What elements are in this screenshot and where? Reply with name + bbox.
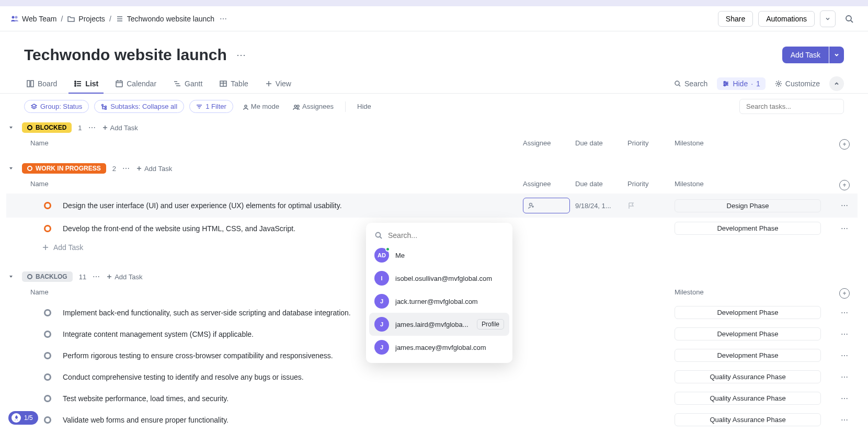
automations-button[interactable]: Automations — [758, 11, 815, 27]
col-assignee[interactable]: Assignee — [523, 180, 575, 190]
view-hide-button[interactable]: Hide · 1 — [717, 77, 765, 90]
task-name[interactable]: Test website performance, load times, an… — [63, 394, 523, 403]
profile-button[interactable]: Profile — [477, 319, 504, 329]
task-status-icon[interactable] — [44, 352, 51, 359]
add-column-icon[interactable]: + — [839, 139, 850, 150]
col-name[interactable]: Name — [30, 180, 523, 190]
group-add-task[interactable]: Add Task — [106, 273, 142, 281]
breadcrumb-current[interactable]: Techwondo website launch — [116, 15, 214, 23]
share-button[interactable]: Share — [718, 11, 753, 27]
popup-item[interactable]: J james.macey@mvfglobal.com — [366, 336, 512, 359]
row-more-icon[interactable]: ⋯ — [831, 224, 858, 233]
page-title-more-icon[interactable]: ⋯ — [236, 49, 246, 61]
breadcrumb-projects[interactable]: Projects — [67, 15, 105, 23]
add-task-button[interactable]: Add Task — [782, 47, 829, 63]
row-more-icon[interactable]: ⋯ — [831, 309, 858, 317]
row-more-icon[interactable]: ⋯ — [831, 394, 858, 403]
task-row[interactable]: Design the user interface (UI) and user … — [6, 194, 858, 218]
task-name[interactable]: Design the user interface (UI) and user … — [63, 201, 523, 210]
milestone-tag[interactable]: Development Phase — [675, 327, 821, 340]
collapse-icon[interactable] — [6, 165, 16, 172]
chip-subtasks[interactable]: Subtasks: Collapse all — [94, 100, 184, 113]
task-name[interactable]: Conduct comprehensive testing to identif… — [63, 373, 523, 381]
tab-add-view[interactable]: View — [263, 74, 293, 93]
priority-flag[interactable] — [627, 202, 675, 209]
milestone-tag[interactable]: Quality Assurance Phase — [675, 413, 821, 426]
group-more-icon[interactable]: ⋯ — [122, 164, 130, 173]
assignees-toggle[interactable]: Assignees — [289, 100, 338, 112]
group-add-task[interactable]: Add Task — [136, 165, 172, 173]
group-add-task[interactable]: Add Task — [102, 124, 138, 132]
task-status-icon[interactable] — [44, 395, 51, 402]
col-priority[interactable]: Priority — [627, 139, 675, 150]
task-row[interactable]: Validate web forms and ensure proper fun… — [6, 409, 858, 430]
global-search-icon[interactable] — [841, 10, 858, 27]
chip-group[interactable]: Group: Status — [24, 100, 89, 113]
me-mode-toggle[interactable]: Me mode — [238, 100, 283, 112]
collapse-icon[interactable] — [6, 124, 16, 131]
milestone-tag[interactable]: Development Phase — [675, 306, 821, 319]
row-more-icon[interactable]: ⋯ — [831, 416, 858, 424]
task-status-icon[interactable] — [44, 331, 51, 338]
rocket-icon — [12, 413, 21, 423]
popup-item-hovered[interactable]: J james.laird@mvfgloba... Profile — [369, 313, 509, 336]
chip-filter[interactable]: 1 Filter — [189, 100, 233, 113]
task-status-icon[interactable] — [44, 416, 51, 424]
milestone-tag[interactable]: Development Phase — [675, 349, 821, 362]
milestone-tag[interactable]: Design Phase — [675, 199, 821, 212]
tab-list[interactable]: List — [72, 74, 100, 93]
search-tasks-input[interactable] — [739, 99, 844, 114]
task-row[interactable]: Test website performance, load times, an… — [6, 388, 858, 409]
col-name[interactable]: Name — [30, 139, 523, 150]
collapse-toggle[interactable] — [829, 76, 844, 91]
status-pill-wip[interactable]: WORK IN PROGRESS — [22, 163, 106, 174]
milestone-tag[interactable]: Quality Assurance Phase — [675, 392, 821, 405]
col-milestone[interactable]: Milestone — [675, 288, 831, 299]
col-due[interactable]: Due date — [575, 180, 627, 190]
col-assignee[interactable]: Assignee — [523, 139, 575, 150]
due-date[interactable]: 9/18/24, 1... — [575, 202, 627, 210]
popup-search-input[interactable] — [388, 231, 504, 240]
add-task-inline-label: Add Task — [53, 243, 83, 252]
tab-calendar[interactable]: Calendar — [113, 74, 158, 93]
task-status-icon[interactable] — [44, 309, 51, 316]
automations-chevron[interactable] — [820, 10, 836, 27]
svg-point-5 — [846, 16, 851, 21]
add-task-chevron[interactable] — [829, 47, 844, 63]
hide-link[interactable]: Hide — [353, 100, 375, 112]
row-more-icon[interactable]: ⋯ — [831, 351, 858, 360]
col-priority[interactable]: Priority — [627, 180, 675, 190]
view-customize-button[interactable]: Customize — [770, 77, 825, 90]
milestone-tag[interactable]: Quality Assurance Phase — [675, 370, 821, 383]
tab-gantt[interactable]: Gantt — [171, 74, 204, 93]
col-milestone[interactable]: Milestone — [675, 180, 831, 190]
row-more-icon[interactable]: ⋯ — [831, 373, 858, 381]
add-column-icon[interactable]: + — [839, 288, 850, 299]
col-due[interactable]: Due date — [575, 139, 627, 150]
task-row[interactable]: Conduct comprehensive testing to identif… — [6, 366, 858, 388]
group-more-icon[interactable]: ⋯ — [93, 272, 100, 281]
collapse-icon[interactable] — [6, 274, 16, 280]
task-name[interactable]: Validate web forms and ensure proper fun… — [63, 416, 523, 424]
popup-item[interactable]: J jack.turner@mvfglobal.com — [366, 290, 512, 313]
breadcrumb-team[interactable]: Web Team — [10, 15, 56, 23]
popup-item-me[interactable]: AD Me — [366, 244, 512, 267]
task-status-icon[interactable] — [44, 202, 51, 209]
row-more-icon[interactable]: ⋯ — [831, 330, 858, 338]
task-status-icon[interactable] — [44, 225, 51, 232]
tab-board[interactable]: Board — [24, 74, 59, 93]
add-column-icon[interactable]: + — [839, 180, 850, 190]
onboarding-badge[interactable]: 1/5 — [8, 411, 38, 425]
status-pill-blocked[interactable]: BLOCKED — [22, 122, 72, 133]
popup-item[interactable]: I isobel.osullivan@mvfglobal.com — [366, 267, 512, 290]
tab-table[interactable]: Table — [217, 74, 250, 93]
status-pill-backlog[interactable]: BACKLOG — [22, 271, 73, 282]
milestone-tag[interactable]: Development Phase — [675, 222, 821, 235]
task-status-icon[interactable] — [44, 373, 51, 381]
row-more-icon[interactable]: ⋯ — [831, 201, 858, 210]
view-search-button[interactable]: Search — [669, 77, 713, 90]
breadcrumb-more-icon[interactable]: ⋯ — [220, 15, 227, 23]
col-milestone[interactable]: Milestone — [675, 139, 831, 150]
group-more-icon[interactable]: ⋯ — [88, 123, 96, 132]
assignee-picker-active[interactable] — [523, 198, 570, 213]
